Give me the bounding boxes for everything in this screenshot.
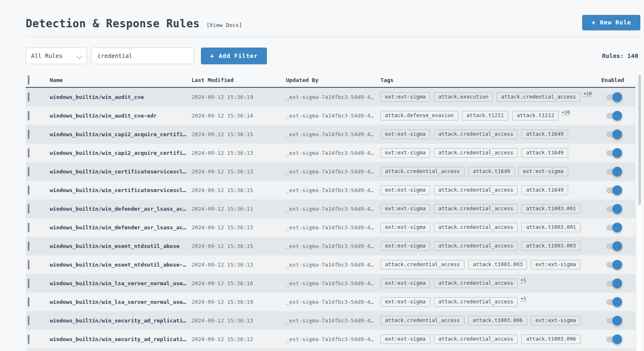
rule-last-modified: 2024-09-12 15:36:12 [191,262,286,268]
rule-name-link[interactable]: windows_builtin/win_defender_asr_lsass_a… [46,206,191,212]
table-row[interactable]: windows_builtin/win_lsa_server_normal_us… [26,274,635,293]
row-checkbox[interactable] [28,148,29,158]
enabled-toggle[interactable] [606,297,622,307]
rule-name-link[interactable]: windows_builtin/win_certificateservicesc… [46,187,191,193]
table-row[interactable]: windows_builtin/win_capi2_acquire_certif… [26,125,635,144]
filter-bar: All Rules +Add Filter Rules: 140 [26,48,640,64]
rule-name-link[interactable]: windows_builtin/win_defender_asr_lsass_a… [46,224,191,231]
row-checkbox[interactable] [28,223,29,232]
rules-scope-select[interactable]: All Rules [26,48,87,64]
rule-name-link[interactable]: windows_builtin/win_security_ad_replicat… [46,336,191,342]
enabled-toggle[interactable] [606,334,622,344]
tag-chip: ext:ext-sigma [380,279,430,288]
rule-name-link[interactable]: windows_builtin/win_audit_cve-edr [46,113,191,119]
table-row[interactable]: windows_builtin/win_capi2_acquire_certif… [26,144,635,162]
enabled-toggle[interactable] [606,223,622,233]
tag-chip: ext:ext-sigma [380,148,430,158]
enabled-toggle[interactable] [606,185,622,195]
enabled-toggle[interactable] [606,316,622,326]
row-checkbox[interactable] [28,204,29,214]
tag-chip: attack.execution [434,92,493,102]
scroll-up-arrow-icon[interactable]: ⌃ [638,68,642,72]
rule-name-link[interactable]: windows_builtin/win_lsa_server_normal_us… [46,299,191,305]
table-row[interactable]: windows_builtin/win_audit_cve 2024-09-12… [26,88,635,106]
more-tags-badge[interactable]: +1 [521,296,526,302]
rule-name-link[interactable]: windows_builtin/win_security_ad_replicat… [46,317,191,324]
page-title: Detection & Response Rules [26,17,200,30]
row-checkbox[interactable] [28,130,29,139]
rule-updated-by: _ext-sigma-7a14fbc3-54d9-4… [286,336,380,342]
rule-tags: attack.defense_evasionattack.t1211attack… [380,111,596,120]
table-row[interactable]: windows_builtin/win_lsa_server_normal_us… [26,293,635,311]
row-checkbox[interactable] [28,185,29,195]
enabled-toggle[interactable] [606,260,622,270]
rule-updated-by: _ext-sigma-7a14fbc3-54d9-4… [286,206,380,212]
enabled-toggle[interactable] [606,204,622,214]
row-checkbox[interactable] [28,334,29,344]
row-checkbox[interactable] [28,260,29,269]
new-rule-button[interactable]: +New Rule [582,15,640,30]
tag-chip: attack.t1649 [521,148,568,158]
tag-chip: ext:ext-sigma [380,204,430,214]
enabled-toggle[interactable] [606,167,622,177]
toggle-knob [613,111,622,120]
rule-tags: attack.credential_accessattack.t1649ext:… [380,167,596,176]
select-all-checkbox[interactable] [28,75,29,85]
rule-last-modified: 2024-09-12 15:36:13 [191,168,286,175]
toggle-knob [613,297,622,307]
column-header-tags: Tags [380,77,596,83]
rule-name-link[interactable]: windows_builtin/win_esent_ntdsutil_abuse [46,243,191,249]
tag-chip: ext:ext-sigma [380,297,430,307]
row-checkbox[interactable] [28,167,29,176]
more-tags-badge[interactable]: +1 [521,277,526,283]
rule-search-input[interactable] [91,48,194,64]
table-row[interactable]: windows_builtin/win_certificateservicesc… [26,181,635,200]
enabled-toggle[interactable] [606,241,622,251]
scrollbar-thumb[interactable] [638,75,641,205]
enabled-toggle[interactable] [606,92,622,102]
column-header-updated-by: Updated By [286,77,380,83]
rule-name-link[interactable]: windows_builtin/win_esent_ntdsutil_abuse… [46,262,191,268]
enabled-toggle[interactable] [606,279,622,288]
plus-icon: + [210,52,215,60]
row-checkbox[interactable] [28,279,29,288]
tag-chip: ext:ext-sigma [531,260,581,269]
rule-updated-by: _ext-sigma-7a14fbc3-54d9-4… [286,131,380,137]
vertical-scrollbar[interactable]: ⌃ [638,67,642,351]
enabled-toggle[interactable] [606,148,622,158]
table-row[interactable]: windows_builtin/win_audit_cve-edr 2024-0… [26,106,635,125]
rule-name-link[interactable]: windows_builtin/win_capi2_acquire_certif… [46,131,191,137]
rule-name-link[interactable]: windows_builtin/win_audit_cve [46,94,191,100]
table-row[interactable]: windows_builtin/win_security_ad_replicat… [26,330,635,349]
view-docs-link[interactable]: [View Docs] [206,22,242,28]
more-tags-badge[interactable]: +10 [583,91,592,97]
tag-chip: attack.credential_access [434,241,518,251]
row-checkbox[interactable] [28,111,29,120]
tag-chip: ext:ext-sigma [380,185,430,195]
rule-name-link[interactable]: windows_builtin/win_certificateservicesc… [46,168,191,175]
more-tags-badge[interactable]: +10 [562,110,570,115]
row-checkbox[interactable] [28,297,29,307]
row-checkbox[interactable] [28,316,29,325]
rule-last-modified: 2024-09-12 15:36:16 [191,280,286,286]
row-checkbox[interactable] [28,241,29,251]
rule-tags: ext:ext-sigmaattack.credential_accessatt… [380,334,596,344]
rule-updated-by: _ext-sigma-7a14fbc3-54d9-4… [286,168,380,175]
table-row[interactable]: windows_builtin/win_esent_ntdsutil_abuse… [26,255,635,274]
enabled-toggle[interactable] [606,130,622,139]
table-row[interactable]: windows_builtin/win_esent_ntdsutil_abuse… [26,237,635,255]
add-filter-button[interactable]: +Add Filter [201,48,267,64]
rule-last-modified: 2024-09-12 15:36:15 [191,131,286,137]
row-checkbox[interactable] [28,92,29,102]
table-row[interactable]: windows_builtin/win_defender_asr_lsass_a… [26,218,635,237]
rule-updated-by: _ext-sigma-7a14fbc3-54d9-4… [286,187,380,193]
rule-tags: attack.credential_accessattack.t1003.003… [380,260,596,269]
rule-name-link[interactable]: windows_builtin/win_lsa_server_normal_us… [46,280,191,286]
rule-name-link[interactable]: windows_builtin/win_capi2_acquire_certif… [46,150,191,156]
table-row[interactable]: windows_builtin/win_certificateservicesc… [26,162,635,181]
enabled-toggle[interactable] [606,111,622,121]
rule-updated-by: _ext-sigma-7a14fbc3-54d9-4… [286,317,380,324]
table-row[interactable]: windows_builtin/win_security_ad_replicat… [26,311,635,330]
table-row[interactable]: windows_builtin/win_defender_asr_lsass_a… [26,200,635,218]
rule-updated-by: _ext-sigma-7a14fbc3-54d9-4… [286,94,380,100]
